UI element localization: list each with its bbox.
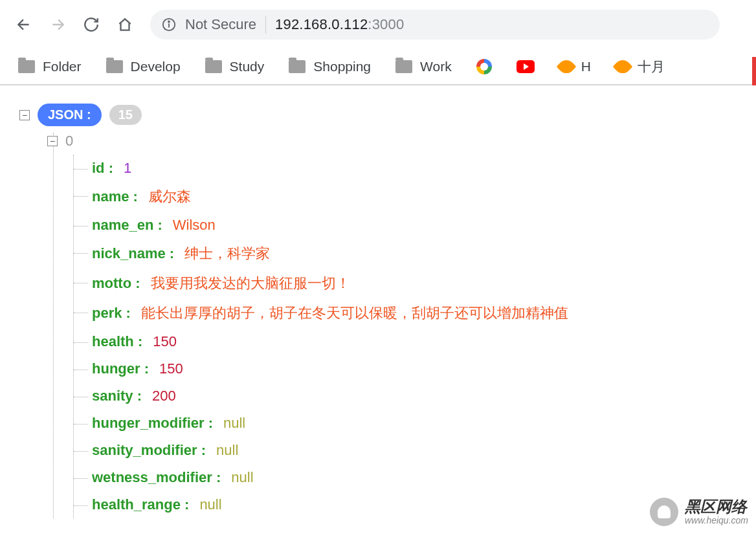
json-key: health : — [92, 333, 142, 350]
index-label: 0 — [65, 133, 73, 149]
bookmark-label: Work — [420, 59, 452, 74]
tree-level-2: id :1name :威尔森name_en :Wilsonnick_name :… — [73, 155, 737, 518]
json-key: name : — [92, 188, 138, 205]
browser-toolbar: Not Secure 192.168.0.112:3000 — [0, 0, 756, 49]
json-field-row: perk :能长出厚厚的胡子，胡子在冬天可以保暖，刮胡子还可以增加精神值 — [92, 298, 737, 328]
json-value: 150 — [159, 360, 183, 377]
collapse-toggle[interactable]: − — [47, 136, 58, 146]
json-field-row: sanity_modifier :null — [92, 437, 737, 464]
folder-icon — [289, 60, 306, 73]
json-field-row: hunger_modifier :null — [92, 410, 737, 437]
json-value: null — [216, 442, 238, 459]
count-badge: 15 — [109, 105, 142, 125]
red-edge-indicator — [752, 57, 756, 85]
json-value: 1 — [124, 160, 131, 177]
json-value: 威尔森 — [148, 187, 191, 206]
bookmark-label: Folder — [43, 59, 82, 74]
url-port: :3000 — [368, 16, 404, 32]
watermark-title: 黑区网络 — [685, 498, 748, 515]
page-content: − JSON : 15 − 0 id :1name :威尔森name_en :W… — [0, 85, 756, 536]
bookmark-google[interactable] — [476, 59, 492, 74]
bookmark-shopping[interactable]: Shopping — [289, 59, 371, 74]
svg-point-2 — [168, 21, 170, 22]
bookmark-shiyue[interactable]: 十月 — [616, 58, 665, 76]
json-key: id : — [92, 160, 113, 177]
json-field-row: nick_name :绅士，科学家 — [92, 239, 737, 269]
json-field-row: hunger :150 — [92, 355, 737, 382]
bookmark-label: Study — [230, 59, 265, 74]
json-key: health_range : — [92, 496, 189, 513]
json-key: hunger_modifier : — [92, 415, 213, 432]
json-field-row: wetness_modifier :null — [92, 464, 737, 491]
json-key: hunger : — [92, 360, 149, 377]
watermark-url: www.heiqu.com — [685, 516, 748, 525]
bookmark-label: H — [581, 59, 591, 74]
back-button[interactable] — [16, 16, 32, 33]
json-value: 我要用我发达的大脑征服一切！ — [151, 274, 350, 293]
folder-icon — [18, 60, 35, 73]
tree-level-1: − 0 id :1name :威尔森name_en :Wilsonnick_na… — [53, 133, 737, 518]
json-value: null — [199, 496, 221, 513]
json-field-row: name :威尔森 — [92, 182, 737, 212]
google-icon — [476, 59, 492, 74]
collapse-toggle[interactable]: − — [19, 110, 30, 120]
json-field-row: name_en :Wilson — [92, 212, 737, 239]
json-value: 200 — [152, 388, 176, 404]
folder-icon — [106, 60, 123, 73]
bookmark-folder[interactable]: Folder — [18, 59, 82, 74]
forward-button[interactable] — [49, 16, 66, 33]
leaf-icon — [612, 56, 632, 76]
bookmark-work[interactable]: Work — [395, 59, 452, 74]
youtube-icon — [517, 60, 535, 73]
watermark-logo — [650, 498, 678, 526]
home-button[interactable] — [117, 16, 133, 33]
address-bar[interactable]: Not Secure 192.168.0.112:3000 — [150, 10, 720, 39]
bookmark-label: Shopping — [313, 59, 371, 74]
json-key: nick_name : — [92, 245, 174, 262]
json-value: 绅士，科学家 — [184, 244, 270, 263]
json-value: null — [231, 469, 253, 486]
bookmark-develop[interactable]: Develop — [106, 59, 181, 74]
json-value: null — [223, 415, 245, 432]
watermark: 黑区网络 www.heiqu.com — [650, 498, 748, 526]
url-host: 192.168.0.112 — [275, 16, 368, 32]
json-value: 能长出厚厚的胡子，胡子在冬天可以保暖，刮胡子还可以增加精神值 — [141, 304, 568, 323]
json-key: motto : — [92, 275, 140, 292]
bookmark-label: Develop — [131, 59, 181, 74]
bookmarks-bar: Folder Develop Study Shopping Work H 十月 — [0, 49, 756, 85]
bookmark-h[interactable]: H — [559, 59, 591, 74]
json-key: name_en : — [92, 217, 162, 234]
json-field-row: sanity :200 — [92, 382, 737, 410]
json-value: Wilson — [173, 217, 216, 234]
url-text: 192.168.0.112:3000 — [275, 16, 404, 33]
json-key: perk : — [92, 305, 131, 322]
json-value: 150 — [153, 333, 177, 350]
json-root: − JSON : 15 — [19, 104, 737, 126]
bookmark-youtube[interactable] — [517, 60, 535, 73]
json-field-row: health_range :null — [92, 491, 737, 518]
json-field-row: motto :我要用我发达的大脑征服一切！ — [92, 269, 737, 298]
folder-icon — [395, 60, 412, 73]
json-key: wetness_modifier : — [92, 469, 221, 486]
json-field-row: health :150 — [92, 328, 737, 355]
folder-icon — [205, 60, 222, 73]
separator — [265, 16, 266, 34]
leaf-icon — [556, 56, 576, 76]
json-key: sanity_modifier : — [92, 442, 206, 459]
info-icon — [162, 17, 176, 32]
reload-button[interactable] — [83, 16, 100, 33]
json-badge: JSON : — [38, 104, 102, 126]
bookmark-study[interactable]: Study — [205, 59, 265, 74]
json-key: sanity : — [92, 388, 142, 404]
json-field-row: id :1 — [92, 155, 737, 182]
bookmark-label: 十月 — [638, 58, 665, 76]
array-item-header: − 0 — [47, 133, 737, 149]
not-secure-label: Not Secure — [185, 16, 256, 33]
